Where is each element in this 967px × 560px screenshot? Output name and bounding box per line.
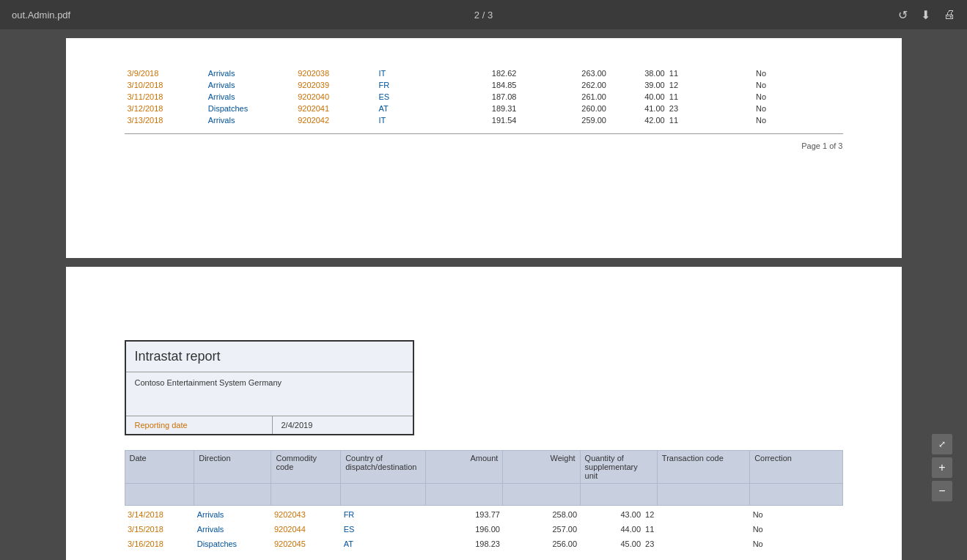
cell-amount: 196.00 <box>426 520 503 535</box>
pdf-toolbar: out.Admin.pdf 2 / 3 ↺ ⬇ 🖨 <box>0 0 967 29</box>
report-header-box: Intrastat report Contoso Entertainment S… <box>125 340 414 435</box>
cell-weight: 257.00 <box>503 520 580 535</box>
cell-direction: Dispatches <box>194 535 271 550</box>
pdf-page-2: Intrastat report Contoso Entertainment S… <box>66 267 902 560</box>
table-row: 3/14/2018 Arrivals 9202043 FR 193.77 258… <box>125 506 842 521</box>
cell-amount: 193.77 <box>426 506 503 521</box>
cell-weight: 259.00 <box>520 114 610 126</box>
zoom-controls: ⤢ + − <box>932 434 952 501</box>
filename-label: out.Admin.pdf <box>12 10 70 21</box>
download-icon[interactable]: ⬇ <box>921 8 930 22</box>
cell-qty: 40.00 11 <box>609 91 681 103</box>
cell-direction: Arrivals <box>194 520 271 535</box>
cell-qty: 41.00 23 <box>609 103 681 114</box>
report-company: Contoso Entertainment System Germany <box>126 372 413 416</box>
page-footer: Page 1 of 3 <box>125 141 843 150</box>
zoom-fit-button[interactable]: ⤢ <box>932 434 952 454</box>
report-date-row: Reporting date 2/4/2019 <box>126 416 413 434</box>
header-correction: Correction <box>750 451 842 484</box>
cell-correction: No <box>750 506 842 521</box>
cell-code: 9202041 <box>295 103 375 114</box>
cell-direction: Dispatches <box>205 103 295 114</box>
cell-country: ES <box>376 91 430 103</box>
cell-trans <box>657 506 749 521</box>
refresh-icon[interactable]: ↺ <box>898 8 908 22</box>
cell-date: 3/16/2018 <box>125 535 194 550</box>
cell-code: 9202042 <box>295 114 375 126</box>
cell-date: 3/12/2018 <box>125 103 205 114</box>
cell-date: 3/11/2018 <box>125 91 205 103</box>
reporting-date-value: 2/4/2019 <box>273 416 322 434</box>
cell-code: 9202039 <box>295 79 375 91</box>
cell-code: 9202044 <box>271 520 341 535</box>
pdf-viewport[interactable]: 3/9/2018 Arrivals 9202038 IT 182.62 263.… <box>0 29 967 560</box>
cell-qty: 42.00 11 <box>609 114 681 126</box>
cell-date: 3/13/2018 <box>125 114 205 126</box>
cell-amount: 184.85 <box>430 79 520 91</box>
print-icon[interactable]: 🖨 <box>944 8 955 21</box>
header-commodity-code: Commodity code <box>271 451 341 484</box>
cell-country: AT <box>376 103 430 114</box>
cell-qty: 44.00 11 <box>580 520 657 535</box>
cell-date: 3/14/2018 <box>125 506 194 521</box>
page1-data-table: 3/9/2018 Arrivals 9202038 IT 182.62 263.… <box>125 67 843 126</box>
cell-weight: 262.00 <box>520 79 610 91</box>
cell-country: FR <box>341 506 426 521</box>
header-amount: Amount <box>426 451 503 484</box>
cell-amount: 189.31 <box>430 103 520 114</box>
cell-direction: Arrivals <box>194 506 271 521</box>
cell-correction: No <box>750 535 842 550</box>
toolbar-icons: ↺ ⬇ 🖨 <box>898 8 955 22</box>
cell-trans <box>681 91 753 103</box>
header-weight: Weight <box>503 451 580 484</box>
cell-country: ES <box>341 520 426 535</box>
cell-correction: No <box>750 520 842 535</box>
cell-trans <box>681 103 753 114</box>
reporting-date-label: Reporting date <box>126 416 273 434</box>
header-direction: Direction <box>194 451 271 484</box>
cell-trans <box>657 535 749 550</box>
zoom-in-button[interactable]: + <box>932 457 952 478</box>
cell-weight: 260.00 <box>520 103 610 114</box>
cell-code: 9202040 <box>295 91 375 103</box>
header-country: Country of dispatch/destination <box>341 451 426 484</box>
cell-code: 9202045 <box>271 535 341 550</box>
cell-amount: 198.23 <box>426 535 503 550</box>
cell-correction: No <box>753 114 843 126</box>
cell-qty: 39.00 12 <box>609 79 681 91</box>
cell-trans <box>681 67 753 79</box>
cell-code: 9202038 <box>295 67 375 79</box>
column-header-spacer <box>125 484 842 506</box>
cell-date: 3/10/2018 <box>125 79 205 91</box>
pdf-page-1: 3/9/2018 Arrivals 9202038 IT 182.62 263.… <box>66 38 902 258</box>
cell-direction: Arrivals <box>205 91 295 103</box>
table-row: 3/11/2018 Arrivals 9202040 ES 187.08 261… <box>125 91 843 103</box>
cell-correction: No <box>753 91 843 103</box>
cell-country: IT <box>376 114 430 126</box>
cell-amount: 191.54 <box>430 114 520 126</box>
table-row: 3/9/2018 Arrivals 9202038 IT 182.62 263.… <box>125 67 843 79</box>
cell-amount: 182.62 <box>430 67 520 79</box>
table-row: 3/15/2018 Arrivals 9202044 ES 196.00 257… <box>125 520 842 535</box>
column-header-row: Date Direction Commodity code Country of… <box>125 451 842 484</box>
zoom-out-button[interactable]: − <box>932 481 952 501</box>
table-row: 3/16/2018 Dispatches 9202045 AT 198.23 2… <box>125 535 842 550</box>
cell-trans <box>657 520 749 535</box>
cell-trans <box>681 79 753 91</box>
header-transaction-code: Transaction code <box>657 451 749 484</box>
cell-direction: Arrivals <box>205 114 295 126</box>
table-row: 3/12/2018 Dispatches 9202041 AT 189.31 2… <box>125 103 843 114</box>
cell-qty: 38.00 11 <box>609 67 681 79</box>
table-row: 3/10/2018 Arrivals 9202039 FR 184.85 262… <box>125 79 843 91</box>
cell-direction: Arrivals <box>205 67 295 79</box>
cell-weight: 256.00 <box>503 535 580 550</box>
page2-data-table: Date Direction Commodity code Country of… <box>125 450 843 550</box>
header-date: Date <box>125 451 194 484</box>
cell-direction: Arrivals <box>205 79 295 91</box>
cell-qty: 43.00 12 <box>580 506 657 521</box>
cell-correction: No <box>753 79 843 91</box>
report-title: Intrastat report <box>126 342 413 372</box>
cell-weight: 263.00 <box>520 67 610 79</box>
cell-country: AT <box>341 535 426 550</box>
cell-country: IT <box>376 67 430 79</box>
